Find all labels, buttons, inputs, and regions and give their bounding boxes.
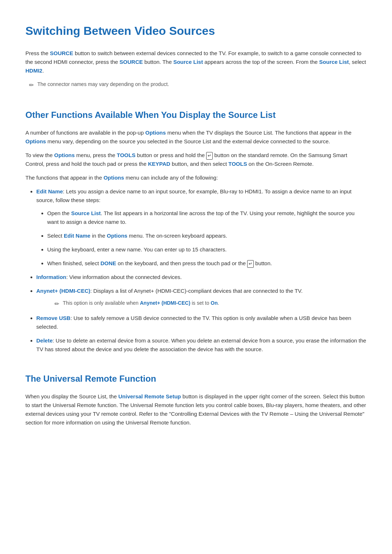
section1-note-text: The connector names may vary depending o… xyxy=(37,80,169,88)
edit-name-keyword: Edit Name xyxy=(36,188,63,194)
list-item-information: Information: View information about the … xyxy=(36,273,367,282)
hdmi2-keyword: HDMI2 xyxy=(25,67,42,74)
section3-para: When you display the Source List, the Un… xyxy=(25,392,367,427)
anynet-keyword: Anynet+ (HDMI-CEC) xyxy=(36,288,90,294)
section2-heading: Other Functions Available When You Displ… xyxy=(25,108,367,122)
options-keyword-1: Options xyxy=(145,130,166,136)
anynet-note: ✏ This option is only available when Any… xyxy=(51,299,367,309)
list-item-remove-usb: Remove USB: Use to safely remove a USB d… xyxy=(36,314,367,331)
list-item-delete: Delete: Use to delete an external device… xyxy=(36,336,367,354)
anynet-note-text: This option is only available when Anyne… xyxy=(63,299,219,307)
options-step2: Options xyxy=(107,233,127,239)
source-list-keyword-2: Source List xyxy=(319,59,349,65)
tools-keyword-1: TOOLS xyxy=(117,152,135,158)
options-keyword-2: Options xyxy=(25,138,46,144)
options-keyword-4: Options xyxy=(103,175,124,181)
enter-icon-2: ↵ xyxy=(247,260,254,268)
page-title: Switching Between Video Sources xyxy=(25,22,367,40)
pencil-icon: ✏ xyxy=(29,81,34,90)
pencil-icon-2: ✏ xyxy=(54,299,59,309)
step-3-text: Using the keyboard, enter a new name. Yo… xyxy=(47,246,226,253)
list-item-edit-name: Edit Name: Lets you assign a device name… xyxy=(36,187,367,268)
anynet-note-keyword: Anynet+ (HDMI-CEC) xyxy=(140,300,190,306)
section3-heading: The Universal Remote Function xyxy=(25,372,367,386)
section2-para2: To view the Options menu, press the TOOL… xyxy=(25,151,367,168)
step-4-text: When finished, select DONE on the keyboa… xyxy=(47,260,272,266)
source-keyword-1: SOURCE xyxy=(50,50,73,56)
source-list-keyword-1: Source List xyxy=(173,59,203,65)
step-2: Select Edit Name in the Options menu. Th… xyxy=(47,231,367,240)
tools-keyword-2: TOOLS xyxy=(228,161,247,167)
options-keyword-3: Options xyxy=(54,152,75,158)
edit-name-steps: Open the Source List. The list appears i… xyxy=(47,209,367,268)
step-2-text: Select Edit Name in the Options menu. Th… xyxy=(47,233,227,239)
source-list-step1: Source List xyxy=(71,210,101,216)
information-keyword: Information xyxy=(36,274,66,280)
universal-remote-setup-keyword: Universal Remote Setup xyxy=(118,393,181,399)
section1-note: ✏ The connector names may vary depending… xyxy=(25,80,367,90)
delete-keyword: Delete xyxy=(36,337,53,344)
source-keyword-2: SOURCE xyxy=(119,59,143,65)
step-3: Using the keyboard, enter a new name. Yo… xyxy=(47,245,367,254)
on-keyword: On xyxy=(211,300,217,306)
list-item-anynet: Anynet+ (HDMI-CEC): Displays a list of A… xyxy=(36,287,367,309)
done-keyword: DONE xyxy=(101,260,116,266)
functions-list: Edit Name: Lets you assign a device name… xyxy=(36,187,367,354)
section2-para1: A number of functions are available in t… xyxy=(25,128,367,146)
enter-icon-1: ↵ xyxy=(206,152,213,160)
keypad-keyword: KEYPAD xyxy=(148,161,170,167)
remove-usb-keyword: Remove USB xyxy=(36,315,70,321)
step-1: Open the Source List. The list appears i… xyxy=(47,209,367,226)
step-1-text: Open the Source List. The list appears i… xyxy=(47,210,355,225)
section2-para3: The functions that appear in the Options… xyxy=(25,173,367,182)
step-4: When finished, select DONE on the keyboa… xyxy=(47,259,367,268)
edit-name-step2: Edit Name xyxy=(64,233,90,239)
section1-para1: Press the SOURCE button to switch betwee… xyxy=(25,49,367,75)
